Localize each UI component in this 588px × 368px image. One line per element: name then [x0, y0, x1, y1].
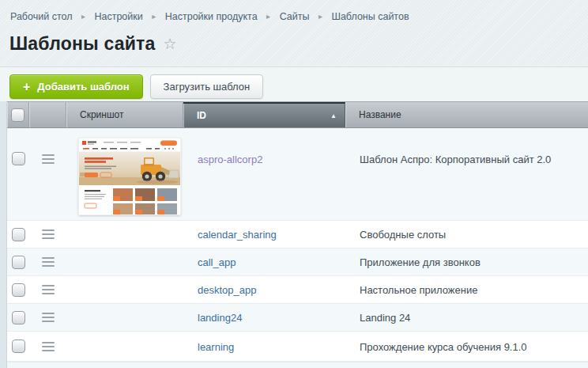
row-id-cell: call_app	[183, 255, 345, 269]
header-name[interactable]: Название	[345, 102, 588, 127]
add-template-button[interactable]: + Добавить шаблон	[9, 74, 143, 99]
toolbar: + Добавить шаблон Загрузить шаблон	[0, 66, 588, 101]
page-title-row: Шаблоны сайта ☆	[9, 31, 588, 56]
select-all-checkbox[interactable]	[11, 108, 24, 122]
breadcrumb: Рабочий стол ▸ Настройки ▸ Настройки про…	[0, 0, 588, 24]
grid-left-gutter	[0, 101, 7, 368]
row-menu-cell	[29, 340, 66, 354]
row-name-cell: Шаблон Аспро: Корпоративный сайт 2.0	[345, 128, 588, 166]
template-name: Шаблон Аспро: Корпоративный сайт 2.0	[345, 154, 551, 165]
row-id-cell: aspro-allcorp2	[183, 128, 345, 166]
header-id-sorted[interactable]: ID ▲	[183, 102, 345, 127]
template-id-link[interactable]: calendar_sharing	[183, 229, 277, 241]
row-menu-icon[interactable]	[42, 227, 55, 241]
row-name-cell: Прохождение курса обучения 9.1.0	[345, 340, 588, 354]
table-row: aspro-allcorp2 Шаблон Аспро: Корпоративн…	[7, 128, 588, 221]
template-id-link[interactable]: landing24	[183, 312, 242, 324]
table-row: learning Прохождение курса обучения 9.1.…	[7, 332, 588, 362]
row-checkbox[interactable]	[12, 152, 25, 165]
template-name: Приложение для звонков	[345, 256, 481, 268]
row-menu-icon[interactable]	[42, 152, 55, 166]
template-name: Прохождение курса обучения 9.1.0	[345, 341, 527, 353]
row-name-cell: Landing 24	[345, 310, 588, 324]
row-checkbox-cell	[7, 311, 29, 324]
row-checkbox[interactable]	[12, 283, 25, 297]
row-id-cell: learning	[183, 340, 345, 354]
row-checkbox[interactable]	[12, 256, 25, 269]
template-id-link[interactable]: desktop_app	[183, 284, 256, 296]
page-title: Шаблоны сайта	[9, 33, 155, 55]
header-menu-cell	[29, 102, 66, 127]
breadcrumb-separator-icon: ▸	[152, 12, 156, 21]
table-row: call_app Приложение для звонков	[7, 248, 588, 276]
row-checkbox[interactable]	[12, 340, 25, 353]
plus-icon: +	[23, 81, 30, 93]
row-checkbox-cell	[7, 283, 29, 297]
template-screenshot-thumbnail[interactable]	[78, 138, 181, 215]
sort-asc-icon: ▲	[330, 112, 337, 120]
header-screenshot[interactable]: Скриншот	[66, 102, 183, 127]
header-id-label: ID	[183, 110, 206, 121]
template-name: Настольное приложение	[345, 284, 477, 296]
row-name-cell: Настольное приложение	[345, 283, 588, 297]
row-menu-cell	[29, 227, 66, 241]
upload-template-button[interactable]: Загрузить шаблон	[150, 74, 264, 99]
breadcrumb-item-product-settings[interactable]: Настройки продукта	[165, 11, 258, 22]
add-template-button-label: Добавить шаблон	[37, 81, 129, 93]
table-row: calendar_sharing Свободные слоты	[7, 221, 588, 248]
template-id-link[interactable]: learning	[183, 341, 234, 353]
favorite-star-icon[interactable]: ☆	[163, 36, 176, 51]
row-checkbox-cell	[7, 256, 29, 269]
row-checkbox-cell	[7, 128, 29, 165]
row-id-cell: calendar_sharing	[183, 227, 345, 241]
row-menu-icon[interactable]	[42, 310, 55, 324]
breadcrumb-item-site-templates[interactable]: Шаблоны сайтов	[331, 11, 409, 22]
template-name: Свободные слоты	[345, 229, 446, 241]
row-name-cell: Свободные слоты	[345, 227, 588, 241]
grid-header-row: Скриншот ID ▲ Название	[7, 101, 588, 128]
row-checkbox-cell	[7, 340, 29, 353]
row-screenshot-cell	[66, 128, 183, 215]
row-id-cell: landing24	[183, 310, 345, 324]
header-checkbox-cell	[7, 102, 29, 127]
partial-next-row	[7, 362, 588, 368]
row-menu-icon[interactable]	[42, 255, 55, 269]
table-row: landing24 Landing 24	[7, 304, 588, 332]
row-menu-icon[interactable]	[42, 340, 55, 354]
row-checkbox[interactable]	[12, 311, 25, 324]
header-name-label: Название	[345, 109, 401, 120]
breadcrumb-item-desktop[interactable]: Рабочий стол	[10, 11, 72, 22]
row-menu-cell	[29, 310, 66, 324]
breadcrumb-separator-icon: ▸	[318, 12, 322, 21]
breadcrumb-item-settings[interactable]: Настройки	[94, 11, 142, 22]
breadcrumb-separator-icon: ▸	[81, 12, 85, 21]
row-menu-cell	[29, 255, 66, 269]
row-menu-icon[interactable]	[42, 283, 55, 297]
row-menu-cell	[29, 283, 66, 297]
row-checkbox-cell	[7, 228, 29, 241]
template-name: Landing 24	[345, 312, 410, 324]
breadcrumb-separator-icon: ▸	[266, 12, 270, 21]
template-id-link[interactable]: call_app	[183, 256, 236, 268]
breadcrumb-item-sites[interactable]: Сайты	[280, 11, 310, 22]
templates-grid: Скриншот ID ▲ Название	[0, 101, 588, 368]
header-screenshot-label: Скриншот	[66, 109, 123, 120]
table-row: desktop_app Настольное приложение	[7, 276, 588, 304]
row-menu-cell	[29, 128, 66, 166]
row-name-cell: Приложение для звонков	[345, 255, 588, 269]
row-id-cell: desktop_app	[183, 283, 345, 297]
upload-template-button-label: Загрузить шаблон	[164, 81, 251, 93]
row-checkbox[interactable]	[12, 228, 25, 241]
template-id-link[interactable]: aspro-allcorp2	[183, 154, 262, 165]
